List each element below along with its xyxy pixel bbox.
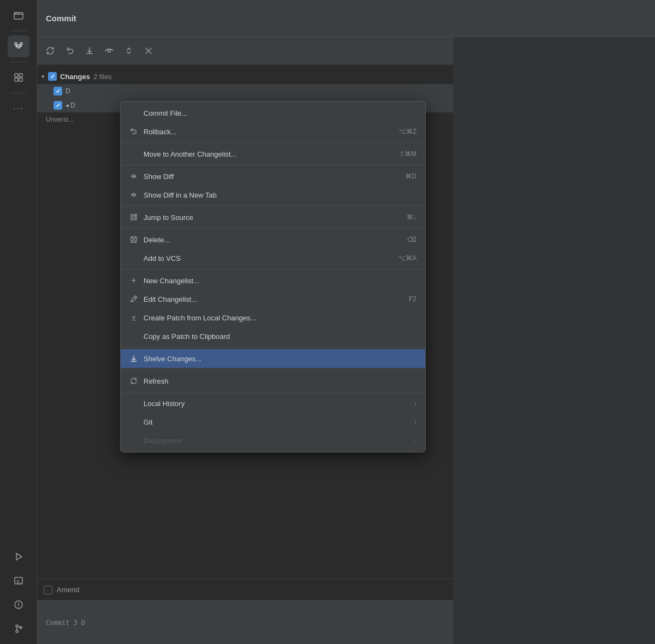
menu-item-show-diff[interactable]: Show Diff ⌘D <box>121 167 425 186</box>
menu-item-local-history[interactable]: Local History › <box>121 394 425 413</box>
menu-item-new-changelist[interactable]: + New Changelist... <box>121 271 425 290</box>
menu-item-shelve[interactable]: Shelve Changes... <box>121 349 425 368</box>
rollback-shortcut: ⌥⌘Z <box>398 128 416 135</box>
edit-changelist-icon <box>129 295 138 303</box>
jump-source-icon <box>129 213 138 222</box>
menu-item-rollback[interactable]: Rollback... ⌥⌘Z <box>121 122 425 141</box>
rollback-label: Rollback... <box>144 128 393 136</box>
move-changelist-label: Move to Another Changelist... <box>144 150 394 158</box>
deployment-label: Deployment <box>144 437 409 445</box>
menu-sep-7 <box>121 369 425 370</box>
show-diff-tab-icon <box>129 190 138 199</box>
menu-sep-2 <box>121 165 425 165</box>
show-diff-icon <box>129 172 138 181</box>
commit-file-icon <box>129 109 138 117</box>
menu-sep-3 <box>121 206 425 206</box>
menu-item-refresh[interactable]: Refresh <box>121 372 425 390</box>
menu-sep-5 <box>121 269 425 270</box>
refresh-menu-icon <box>129 377 138 385</box>
git-menu-icon <box>129 418 138 426</box>
local-history-arrow: › <box>414 400 416 407</box>
show-diff-tab-label: Show Diff in a New Tab <box>144 191 416 199</box>
add-vcs-label: Add to VCS <box>144 254 392 263</box>
create-patch-icon: ± <box>129 313 138 322</box>
delete-label: Delete... <box>144 236 402 244</box>
edit-changelist-shortcut: F2 <box>409 295 416 303</box>
menu-item-edit-changelist[interactable]: Edit Changelist... F2 <box>121 290 425 308</box>
menu-item-copy-patch[interactable]: Copy as Patch to Clipboard <box>121 327 425 345</box>
menu-item-show-diff-tab[interactable]: Show Diff in a New Tab <box>121 186 425 204</box>
add-vcs-shortcut: ⌥⌘A <box>398 254 416 262</box>
menu-item-add-vcs[interactable]: Add to VCS ⌥⌘A <box>121 249 425 267</box>
copy-patch-label: Copy as Patch to Clipboard <box>144 332 416 341</box>
refresh-label: Refresh <box>144 377 416 385</box>
local-history-label: Local History <box>144 399 409 408</box>
move-changelist-shortcut: ⇧⌘M <box>399 150 416 158</box>
menu-sep-1 <box>121 142 425 143</box>
menu-item-jump-source[interactable]: Jump to Source ⌘↓ <box>121 208 425 226</box>
move-changelist-icon <box>129 150 138 158</box>
copy-patch-icon <box>129 332 138 341</box>
show-diff-shortcut: ⌘D <box>405 172 416 180</box>
menu-item-deployment: Deployment › <box>121 431 425 450</box>
show-diff-label: Show Diff <box>144 172 400 181</box>
deployment-arrow: › <box>414 437 416 444</box>
commit-file-label: Commit File... <box>144 109 416 117</box>
shelve-changes-label: Shelve Changes... <box>144 355 416 363</box>
shelve-changes-icon <box>129 354 138 363</box>
menu-sep-8 <box>121 392 425 392</box>
new-changelist-label: New Changelist... <box>144 277 416 285</box>
create-patch-label: Create Patch from Local Changes... <box>144 314 416 322</box>
local-history-icon <box>129 399 138 408</box>
menu-item-delete[interactable]: Delete... ⌫ <box>121 230 425 249</box>
menu-item-create-patch[interactable]: ± Create Patch from Local Changes... <box>121 308 425 327</box>
git-label: Git <box>144 418 409 426</box>
edit-changelist-label: Edit Changelist... <box>144 295 403 303</box>
context-menu: Commit File... Rollback... ⌥⌘Z Move to A… <box>120 101 426 452</box>
jump-source-shortcut: ⌘↓ <box>407 213 416 221</box>
delete-shortcut: ⌫ <box>407 236 416 243</box>
menu-sep-6 <box>121 347 425 348</box>
delete-icon <box>129 235 138 244</box>
context-menu-overlay: Commit File... Rollback... ⌥⌘Z Move to A… <box>0 0 655 644</box>
jump-source-label: Jump to Source <box>144 213 401 222</box>
menu-item-move-changelist[interactable]: Move to Another Changelist... ⇧⌘M <box>121 145 425 163</box>
deployment-icon <box>129 436 138 445</box>
rollback-icon <box>129 127 138 136</box>
menu-sep-4 <box>121 228 425 229</box>
new-changelist-icon: + <box>129 276 138 285</box>
add-vcs-icon <box>129 254 138 263</box>
menu-item-commit-file[interactable]: Commit File... <box>121 104 425 122</box>
git-arrow: › <box>414 419 416 425</box>
menu-item-git[interactable]: Git › <box>121 413 425 431</box>
